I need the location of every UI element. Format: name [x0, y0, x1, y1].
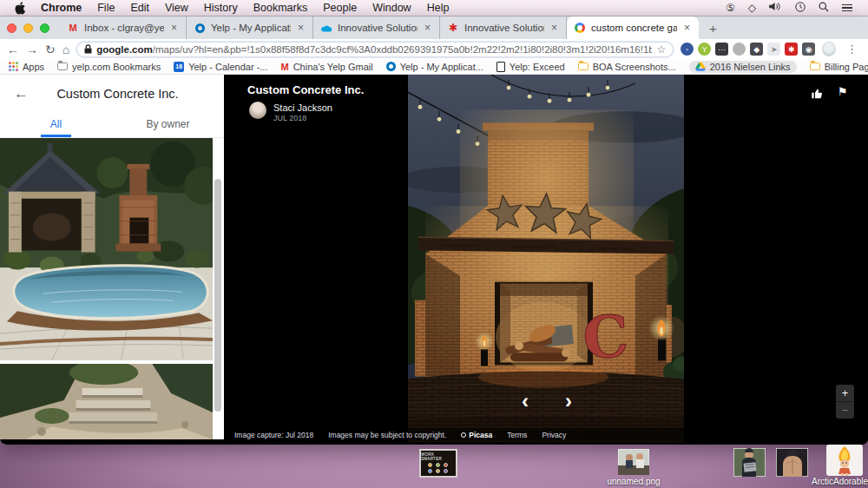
- ext-phone-icon[interactable]: ◦: [681, 43, 694, 56]
- desktop-file-photo-sign[interactable]: [733, 448, 766, 480]
- menu-window[interactable]: Window: [365, 2, 418, 14]
- yelp-burst-icon: ✱: [447, 22, 459, 34]
- tab-all[interactable]: All: [0, 113, 112, 137]
- spotlight-search-icon[interactable]: [819, 2, 829, 15]
- bookmark-yelp-exceed[interactable]: Yelp: Exceed: [496, 62, 565, 72]
- ext-camera-icon[interactable]: ◉: [802, 43, 815, 56]
- thumbs-up-icon[interactable]: [811, 87, 825, 101]
- circled-5-icon[interactable]: ⑤: [726, 3, 735, 13]
- picasa-label: Picasa: [469, 431, 492, 439]
- bookmark-calendar[interactable]: 16 Yelp - Calendar -...: [174, 62, 267, 72]
- zoom-out-button[interactable]: −: [836, 401, 854, 419]
- reload-button[interactable]: ↻: [45, 43, 56, 56]
- menu-people[interactable]: People: [315, 2, 365, 14]
- volume-icon[interactable]: [769, 2, 782, 14]
- ext-yelp-icon[interactable]: ✱: [785, 43, 798, 56]
- clock-icon[interactable]: [795, 2, 806, 15]
- menu-file[interactable]: File: [89, 2, 122, 14]
- google-g-icon: [574, 22, 586, 34]
- image-capture-date: Image capture: Jul 2018: [234, 431, 313, 439]
- desktop-file-photo-back[interactable]: [776, 448, 808, 480]
- url-path: /maps/uv?hl=en&pb=!1s0x88f58f8d7c3dc9cf%…: [153, 44, 653, 55]
- menu-view[interactable]: View: [157, 2, 196, 14]
- photos-sidebar: ← Custom Concrete Inc. All By owner: [0, 75, 224, 439]
- close-tab-icon[interactable]: ×: [682, 22, 692, 34]
- tab-yelp-presentation[interactable]: ✱ Innovative Solutions - Yelp Pre ×: [440, 16, 567, 39]
- back-button[interactable]: ←: [7, 43, 19, 56]
- ext-dots-icon[interactable]: ···: [715, 43, 728, 56]
- bookmark-label: Billing Page Scree...: [825, 62, 868, 72]
- privacy-link[interactable]: Privacy: [542, 431, 566, 439]
- desktop-file-unnamed-png[interactable]: [618, 449, 649, 478]
- browser-toolbar: ← → ↻ ⌂ google.com/maps/uv?hl=en&pb=!1s0…: [0, 39, 868, 59]
- close-tab-icon[interactable]: ×: [296, 22, 306, 34]
- tab-by-owner[interactable]: By owner: [112, 113, 224, 137]
- tab-salesforce[interactable]: Innovative Solutions | Salesfor ×: [313, 16, 440, 39]
- profile-avatar[interactable]: [822, 42, 836, 56]
- viewer-business-title: Custom Concrete Inc.: [247, 83, 364, 96]
- bookmark-yelp-folder[interactable]: yelp.com Bookmarks: [57, 62, 161, 72]
- main-photo-fireplace[interactable]: C: [408, 75, 684, 442]
- tab-yelp-applications[interactable]: Yelp - My Applications ×: [187, 16, 313, 39]
- menubar-status-area: ⑤ ◇: [726, 2, 858, 15]
- zoom-window-button[interactable]: [40, 23, 49, 33]
- close-window-button[interactable]: [7, 23, 16, 33]
- bookmark-star-icon[interactable]: ☆: [656, 43, 666, 56]
- home-button[interactable]: ⌂: [62, 43, 69, 56]
- author-name[interactable]: Staci Jackson: [273, 102, 332, 113]
- desktop-file-label[interactable]: unnamed.png: [603, 477, 664, 486]
- close-tab-icon[interactable]: ×: [423, 22, 432, 34]
- sidebar-scrollbar[interactable]: [214, 179, 221, 412]
- bookmark-boa[interactable]: BOA Screenshots...: [578, 62, 676, 72]
- photo-thumbnail-pool[interactable]: [0, 138, 213, 360]
- zoom-in-button[interactable]: +: [836, 385, 854, 401]
- bookmark-apps[interactable]: Apps: [9, 62, 44, 72]
- menu-bookmarks[interactable]: Bookmarks: [246, 2, 316, 14]
- menu-help[interactable]: Help: [419, 2, 457, 14]
- tab-title: Innovative Solutions - Yelp Pre: [464, 23, 544, 33]
- desktop-file-work-smarter-poster[interactable]: WORK SMARTER: [419, 449, 457, 478]
- gmail-icon: M: [280, 62, 288, 72]
- author-avatar[interactable]: [249, 102, 266, 119]
- terms-link[interactable]: Terms: [507, 431, 527, 439]
- notification-center-icon[interactable]: [842, 3, 852, 14]
- folder-icon: [810, 63, 820, 70]
- ext-gray-icon[interactable]: [733, 43, 746, 56]
- bookmark-nielsen[interactable]: 2016 Nielsen Links: [689, 61, 797, 73]
- report-flag-icon[interactable]: ⚑: [838, 85, 848, 98]
- close-tab-icon[interactable]: ×: [169, 22, 179, 34]
- bookmark-yelp-apps[interactable]: Yelp - My Applicat...: [386, 62, 483, 72]
- viewer-footer: Image capture: Jul 2018 Images may be su…: [224, 428, 868, 441]
- chrome-menu-icon[interactable]: ⋮: [843, 43, 861, 56]
- tab-gmail-inbox[interactable]: M Inbox - clgray@yelp.com - Yelp ×: [60, 16, 187, 39]
- previous-photo-button[interactable]: ‹: [516, 389, 535, 413]
- menu-history[interactable]: History: [196, 2, 246, 14]
- tab-title: Inbox - clgray@yelp.com - Yelp: [84, 23, 164, 33]
- menu-chrome[interactable]: Chrome: [33, 2, 89, 14]
- extensions-area: ◦ Y ··· ◆ ➤ ✱ ◉: [681, 43, 815, 56]
- diamond-icon[interactable]: ◇: [748, 3, 756, 13]
- apple-icon[interactable]: [14, 2, 26, 15]
- picasa-credit[interactable]: Picasa: [461, 431, 492, 439]
- close-tab-icon[interactable]: ×: [549, 22, 559, 34]
- desktop-file-label[interactable]: ArcticAdorableE1...: [812, 477, 868, 486]
- minimize-window-button[interactable]: [23, 23, 33, 33]
- new-tab-button[interactable]: +: [699, 21, 727, 36]
- ext-green-icon[interactable]: Y: [698, 43, 711, 56]
- address-bar[interactable]: google.com/maps/uv?hl=en&pb=!1s0x88f58f8…: [76, 42, 674, 57]
- menu-edit[interactable]: Edit: [122, 2, 157, 14]
- next-photo-button[interactable]: ›: [559, 389, 578, 413]
- browser-window: M Inbox - clgray@yelp.com - Yelp × Yelp …: [0, 16, 868, 445]
- bookmark-billing[interactable]: Billing Page Scree...: [810, 62, 868, 72]
- photo-thumbnail-garden[interactable]: [0, 364, 213, 439]
- ext-cursor-icon[interactable]: ➤: [767, 43, 780, 56]
- back-arrow-icon[interactable]: ←: [0, 85, 41, 102]
- ext-dark-icon[interactable]: ◆: [750, 43, 763, 56]
- tab-google-active[interactable]: custom concrete ga - Google ×: [567, 16, 699, 39]
- active-tab-underline: [41, 135, 71, 137]
- bookmark-gmail[interactable]: M China's Yelp Gmail: [280, 62, 372, 72]
- forward-button[interactable]: →: [26, 43, 38, 56]
- desktop-file-troll-doll[interactable]: [826, 445, 863, 479]
- url-text: google.com/maps/uv?hl=en&pb=!1s0x88f58f8…: [96, 44, 652, 55]
- screen: Chrome File Edit View History Bookmarks …: [0, 0, 868, 488]
